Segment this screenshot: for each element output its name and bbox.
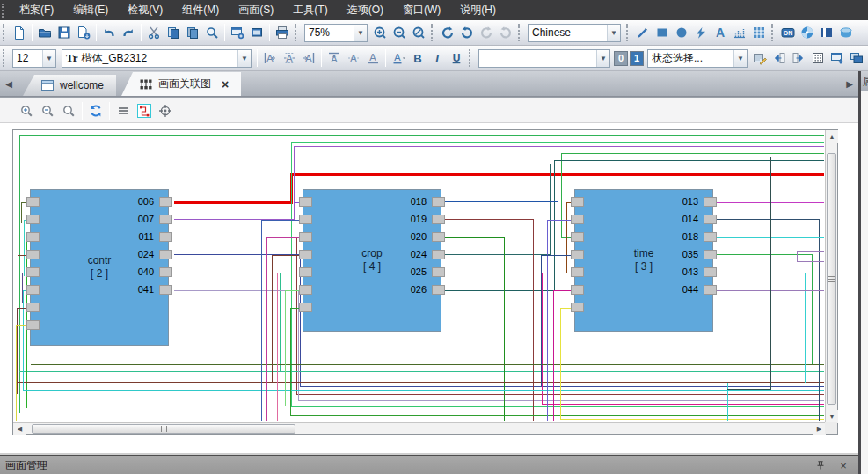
element-props-icon[interactable]	[750, 48, 770, 68]
dzoom-out-icon[interactable]	[38, 101, 57, 120]
tag-select-combo[interactable]: ▼	[478, 49, 610, 68]
locate-target-icon[interactable]	[156, 101, 175, 120]
block-crop-right-pin-020[interactable]	[432, 232, 445, 242]
tab-scroll-right-button[interactable]: ▶	[842, 75, 857, 92]
menu-item-2[interactable]: 编辑(E)	[63, 0, 118, 20]
fan-part-icon[interactable]	[798, 23, 817, 42]
menu-item-7[interactable]: 选项(O)	[338, 0, 393, 20]
chevron-down-icon[interactable]: ▼	[354, 25, 367, 41]
state-next-icon[interactable]	[789, 48, 808, 68]
menu-item-1[interactable]: 档案(F)	[10, 0, 63, 20]
block-time-right-pin-014[interactable]	[704, 215, 717, 224]
block-time-left-pin-3[interactable]	[571, 232, 584, 242]
draw-polygon-icon[interactable]	[691, 23, 711, 42]
toolbar-main-grip[interactable]	[3, 24, 7, 41]
chevron-down-icon[interactable]: ▼	[42, 50, 55, 67]
bar-part-icon[interactable]	[817, 23, 836, 42]
align-center-icon[interactable]: A	[280, 48, 299, 68]
state-1-button[interactable]: 1	[630, 51, 644, 66]
onoff-button-icon[interactable]: ON	[778, 23, 798, 42]
block-contr-left-pin-1[interactable]	[26, 197, 40, 207]
block-contr-left-pin-2[interactable]	[26, 215, 40, 224]
block-crop-left-pin-4[interactable]	[299, 250, 312, 259]
draw-table-icon[interactable]	[749, 23, 769, 42]
state-0-button[interactable]: 0	[614, 51, 628, 66]
align-right-icon[interactable]: A	[299, 48, 318, 68]
refresh-icon[interactable]	[86, 101, 106, 120]
block-contr-right-pin-041[interactable]	[159, 285, 172, 295]
block-crop[interactable]: crop[ 4 ]	[303, 189, 441, 332]
undo-icon[interactable]	[99, 23, 119, 42]
block-time-left-pin-1[interactable]	[571, 197, 584, 207]
bold-icon[interactable]: B	[408, 48, 427, 68]
block-contr-right-pin-040[interactable]	[159, 267, 172, 277]
draw-text-icon[interactable]: A	[711, 23, 730, 42]
block-time-right-pin-044[interactable]	[704, 285, 717, 295]
draw-line-icon[interactable]	[633, 23, 653, 42]
state-select-combo[interactable]: 状态选择...▼	[647, 49, 748, 68]
vertical-scroll-thumb[interactable]	[827, 153, 836, 405]
tab-1[interactable]: wellcome	[23, 75, 116, 96]
chevron-down-icon[interactable]: ▼	[733, 50, 747, 67]
font-size-combo[interactable]: 12▼	[12, 49, 56, 68]
block-time-right-pin-018[interactable]	[704, 232, 717, 242]
diagram-canvas[interactable]: ▲ ▼ ◀ ▶ contr[ 2 ]006007011024040041crop…	[12, 129, 838, 435]
vertical-scrollbar[interactable]: ▲ ▼	[825, 130, 837, 423]
menubar-grip[interactable]	[2, 4, 6, 18]
chevron-down-icon[interactable]: ▼	[237, 50, 251, 67]
block-contr-right-pin-011[interactable]	[159, 232, 172, 242]
block-contr-left-pin-7[interactable]	[26, 303, 40, 312]
block-contr-left-pin-3[interactable]	[26, 232, 40, 242]
block-contr-right-pin-006[interactable]	[159, 197, 172, 207]
draw-scale-icon[interactable]	[730, 23, 749, 42]
block-contr-right-pin-007[interactable]	[159, 215, 172, 224]
rotate-cw-icon[interactable]	[438, 23, 457, 42]
chevron-down-icon[interactable]: ▼	[596, 50, 609, 67]
block-crop-right-pin-025[interactable]	[432, 267, 445, 277]
toolbar-text-grip[interactable]	[469, 49, 473, 67]
paste-icon[interactable]	[183, 23, 202, 42]
copy-icon[interactable]	[164, 23, 183, 42]
horizontal-scrollbar[interactable]: ◀ ▶	[13, 422, 826, 434]
underline-icon[interactable]: U	[447, 48, 466, 68]
find-icon[interactable]	[202, 23, 222, 42]
tab-scroll-left-button[interactable]: ◀	[2, 75, 16, 92]
chevron-down-icon[interactable]: ▼	[607, 25, 620, 41]
block-contr-left-pin-4[interactable]	[26, 250, 40, 259]
scroll-right-icon[interactable]: ▶	[813, 423, 826, 435]
zoom-in-icon[interactable]	[370, 23, 390, 42]
block-crop-left-pin-6[interactable]	[299, 285, 312, 295]
save-page-icon[interactable]	[74, 23, 93, 42]
rotate-ccw-disabled-icon[interactable]	[496, 23, 515, 42]
italic-icon[interactable]: I	[427, 48, 447, 68]
new-file-icon[interactable]	[10, 23, 29, 42]
block-time-right-pin-013[interactable]	[704, 197, 717, 207]
font-name-combo[interactable]: Tr楷体_GB2312▼	[62, 49, 252, 68]
menu-item-4[interactable]: 组件(M)	[172, 0, 229, 20]
rotate-ccw-icon[interactable]	[457, 23, 477, 42]
block-contr-right-pin-024[interactable]	[159, 250, 172, 259]
block-crop-right-pin-018[interactable]	[432, 197, 445, 207]
align-top-icon[interactable]: A	[325, 48, 344, 68]
menu-item-5[interactable]: 画面(S)	[229, 0, 283, 20]
dzoom-in-icon[interactable]	[17, 101, 36, 120]
menu-item-3[interactable]: 检视(V)	[118, 0, 172, 20]
block-time-left-pin-6[interactable]	[571, 285, 584, 295]
screen-new-icon[interactable]	[228, 23, 247, 42]
block-crop-left-pin-3[interactable]	[299, 232, 312, 242]
toolbar-main-grip[interactable]	[771, 24, 776, 41]
close-icon[interactable]: ×	[835, 458, 851, 472]
redo-icon[interactable]	[119, 23, 138, 42]
block-crop-right-pin-024[interactable]	[432, 250, 445, 259]
grid-dots-icon[interactable]	[808, 48, 828, 68]
print-icon[interactable]	[273, 23, 292, 42]
block-crop-left-pin-7[interactable]	[299, 303, 312, 312]
block-time-left-pin-5[interactable]	[571, 267, 584, 277]
save-icon[interactable]	[55, 23, 74, 42]
rotate-cw-disabled-icon[interactable]	[477, 23, 496, 42]
zoom-out-icon[interactable]	[390, 23, 409, 42]
scroll-up-icon[interactable]: ▲	[826, 130, 838, 143]
toolbar-text-grip[interactable]	[3, 49, 7, 67]
block-time-left-pin-2[interactable]	[571, 215, 584, 224]
scroll-down-icon[interactable]: ▼	[826, 410, 838, 423]
